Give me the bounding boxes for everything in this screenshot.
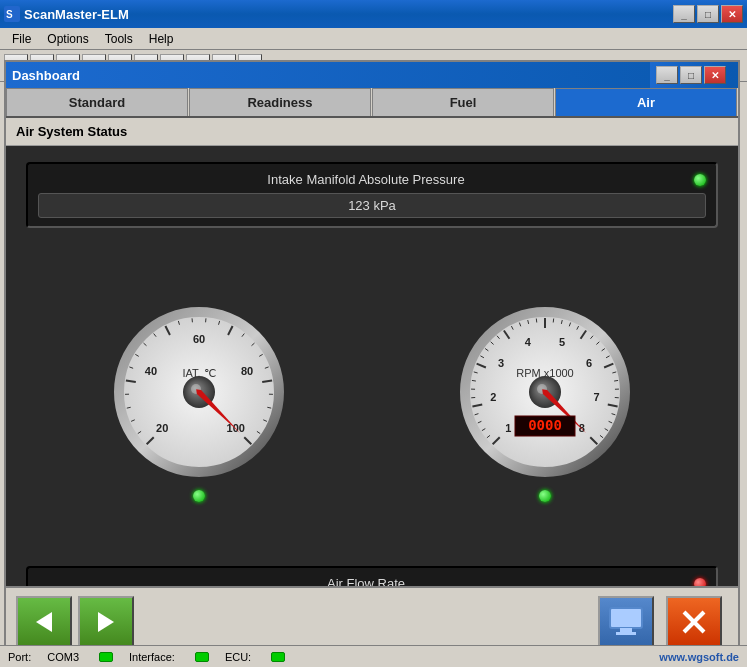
dashboard-close-button[interactable]: ✕ [704, 66, 726, 84]
gauge-rpm-indicator [539, 490, 551, 502]
pressure-container: Intake Manifold Absolute Pressure 123 kP… [26, 162, 718, 228]
section-header: Air System Status [6, 118, 738, 146]
dashboard-title: Dashboard [12, 68, 80, 83]
os-title: S ScanMaster-ELM [4, 6, 673, 22]
back-arrow-icon [30, 608, 58, 636]
menu-help[interactable]: Help [141, 30, 182, 48]
os-title-text: ScanMaster-ELM [24, 7, 129, 22]
tab-fuel[interactable]: Fuel [372, 88, 554, 116]
gauges-row [26, 242, 718, 552]
dashboard-titlebar: Dashboard _ □ ✕ [6, 62, 738, 88]
svg-rect-5 [620, 628, 632, 632]
dashboard-win-buttons: _ □ ✕ [650, 62, 732, 88]
close-main-button[interactable] [666, 596, 722, 648]
gauge-rpm [450, 292, 640, 482]
back-button[interactable] [16, 596, 72, 648]
dashboard-window: Dashboard _ □ ✕ Standard Readiness Fuel … [4, 60, 740, 658]
interface-led [195, 652, 209, 662]
svg-marker-3 [98, 612, 114, 632]
right-buttons [598, 596, 728, 648]
forward-button[interactable] [78, 596, 134, 648]
forward-arrow-icon [92, 608, 120, 636]
gauge-iat-canvas [104, 292, 294, 482]
tab-air[interactable]: Air [555, 88, 737, 116]
section-title: Air System Status [16, 124, 127, 139]
ecu-label: ECU: [225, 651, 251, 663]
website: www.wgsoft.de [659, 651, 739, 663]
port-label: Port: [8, 651, 31, 663]
statusbar: Port: COM3 Interface: ECU: www.wgsoft.de [0, 645, 747, 667]
menu-tools[interactable]: Tools [97, 30, 141, 48]
svg-text:S: S [6, 9, 13, 20]
menu-options[interactable]: Options [39, 30, 96, 48]
content-area: Intake Manifold Absolute Pressure 123 kP… [6, 146, 738, 648]
tabs-bar: Standard Readiness Fuel Air [6, 88, 738, 118]
gauge-iat-wrapper [104, 292, 294, 502]
menubar: File Options Tools Help [0, 28, 747, 50]
app-icon: S [4, 6, 20, 22]
svg-rect-4 [610, 608, 642, 628]
pressure-value: 123 kPa [38, 193, 706, 218]
os-close-button[interactable]: ✕ [721, 5, 743, 23]
dashboard-minimize-button[interactable]: _ [656, 66, 678, 84]
interface-label: Interface: [129, 651, 175, 663]
gauge-iat [104, 292, 294, 482]
svg-rect-6 [616, 632, 636, 635]
gauge-rpm-wrapper [450, 292, 640, 502]
dashboard-maximize-button[interactable]: □ [680, 66, 702, 84]
tab-standard[interactable]: Standard [6, 88, 188, 116]
pressure-indicator [694, 174, 706, 186]
close-x-icon [680, 608, 708, 636]
monitor-button[interactable] [598, 596, 654, 648]
ecu-led [271, 652, 285, 662]
os-minimize-button[interactable]: _ [673, 5, 695, 23]
monitor-icon [608, 606, 644, 638]
gauge-rpm-canvas [450, 292, 640, 482]
port-value: COM3 [47, 651, 79, 663]
menu-file[interactable]: File [4, 30, 39, 48]
svg-marker-2 [36, 612, 52, 632]
pressure-label: Intake Manifold Absolute Pressure [38, 172, 694, 187]
port-led [99, 652, 113, 662]
os-win-buttons: _ □ ✕ [673, 5, 743, 23]
pressure-label-row: Intake Manifold Absolute Pressure [38, 172, 706, 187]
gauge-iat-indicator [193, 490, 205, 502]
os-titlebar: S ScanMaster-ELM _ □ ✕ [0, 0, 747, 28]
tab-readiness[interactable]: Readiness [189, 88, 371, 116]
os-maximize-button[interactable]: □ [697, 5, 719, 23]
